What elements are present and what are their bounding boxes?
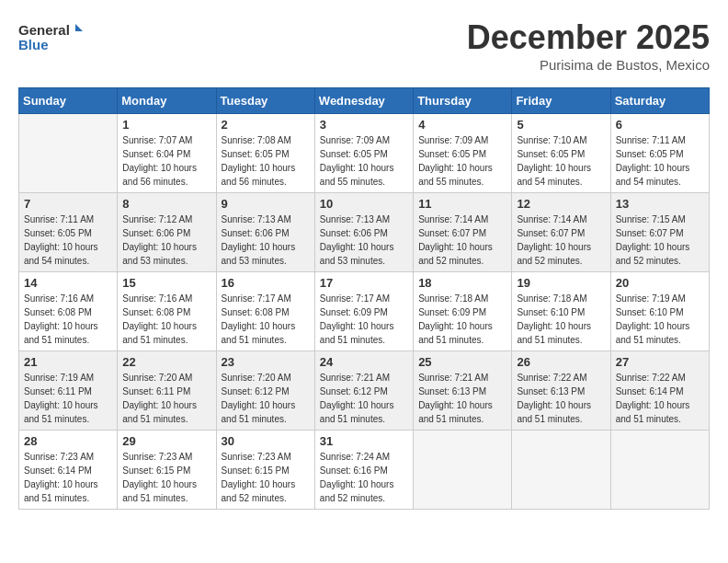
day-info: Sunrise: 7:20 AMSunset: 6:12 PMDaylight:… xyxy=(222,371,310,426)
calendar-cell: 27Sunrise: 7:22 AMSunset: 6:14 PMDayligh… xyxy=(610,351,709,431)
day-info: Sunrise: 7:17 AMSunset: 6:09 PMDaylight:… xyxy=(320,292,408,347)
title-block: December 2025 Purisima de Bustos, Mexico xyxy=(467,18,710,73)
day-info: Sunrise: 7:21 AMSunset: 6:12 PMDaylight:… xyxy=(320,371,408,426)
calendar-cell: 19Sunrise: 7:18 AMSunset: 6:10 PMDayligh… xyxy=(512,272,610,351)
calendar-cell: 17Sunrise: 7:17 AMSunset: 6:09 PMDayligh… xyxy=(314,272,413,351)
day-number: 3 xyxy=(320,118,408,132)
logo: General Blue xyxy=(18,18,83,55)
day-number: 26 xyxy=(517,355,605,369)
day-info: Sunrise: 7:16 AMSunset: 6:08 PMDaylight:… xyxy=(24,292,112,347)
svg-text:General: General xyxy=(18,22,70,38)
month-title: December 2025 xyxy=(467,18,710,57)
calendar-header-row: SundayMondayTuesdayWednesdayThursdayFrid… xyxy=(19,88,710,114)
calendar-cell: 23Sunrise: 7:20 AMSunset: 6:12 PMDayligh… xyxy=(216,351,314,431)
calendar-table: SundayMondayTuesdayWednesdayThursdayFrid… xyxy=(18,87,710,510)
day-info: Sunrise: 7:16 AMSunset: 6:08 PMDaylight:… xyxy=(122,292,210,347)
calendar-cell: 14Sunrise: 7:16 AMSunset: 6:08 PMDayligh… xyxy=(19,272,118,351)
calendar-cell: 5Sunrise: 7:10 AMSunset: 6:05 PMDaylight… xyxy=(512,114,610,193)
page-header: General Blue December 2025 Purisima de B… xyxy=(18,18,710,73)
calendar-cell: 10Sunrise: 7:13 AMSunset: 6:06 PMDayligh… xyxy=(314,193,413,272)
logo-svg: General Blue xyxy=(18,18,83,55)
day-number: 18 xyxy=(418,276,506,290)
calendar-week-row: 14Sunrise: 7:16 AMSunset: 6:08 PMDayligh… xyxy=(19,272,710,351)
svg-text:Blue: Blue xyxy=(18,37,49,52)
calendar-cell: 13Sunrise: 7:15 AMSunset: 6:07 PMDayligh… xyxy=(610,193,709,272)
calendar-header-thursday: Thursday xyxy=(414,88,512,114)
day-number: 22 xyxy=(122,355,210,369)
calendar-week-row: 21Sunrise: 7:19 AMSunset: 6:11 PMDayligh… xyxy=(19,351,710,431)
day-number: 23 xyxy=(222,355,310,369)
calendar-cell: 11Sunrise: 7:14 AMSunset: 6:07 PMDayligh… xyxy=(414,193,512,272)
day-number: 12 xyxy=(517,197,605,211)
calendar-cell: 22Sunrise: 7:20 AMSunset: 6:11 PMDayligh… xyxy=(118,351,216,431)
day-number: 14 xyxy=(24,276,112,290)
day-number: 10 xyxy=(320,197,408,211)
day-info: Sunrise: 7:19 AMSunset: 6:11 PMDaylight:… xyxy=(24,371,112,426)
day-info: Sunrise: 7:08 AMSunset: 6:05 PMDaylight:… xyxy=(222,133,310,189)
calendar-cell: 18Sunrise: 7:18 AMSunset: 6:09 PMDayligh… xyxy=(414,272,512,351)
day-info: Sunrise: 7:23 AMSunset: 6:15 PMDaylight:… xyxy=(122,450,210,505)
day-info: Sunrise: 7:13 AMSunset: 6:06 PMDaylight:… xyxy=(320,213,408,268)
day-number: 20 xyxy=(616,276,704,290)
calendar-header-friday: Friday xyxy=(512,88,610,114)
calendar-header-monday: Monday xyxy=(118,88,216,114)
day-info: Sunrise: 7:11 AMSunset: 6:05 PMDaylight:… xyxy=(24,213,112,268)
day-info: Sunrise: 7:18 AMSunset: 6:10 PMDaylight:… xyxy=(517,292,605,347)
day-info: Sunrise: 7:09 AMSunset: 6:05 PMDaylight:… xyxy=(418,133,506,189)
calendar-cell: 6Sunrise: 7:11 AMSunset: 6:05 PMDaylight… xyxy=(610,114,709,193)
calendar-cell: 26Sunrise: 7:22 AMSunset: 6:13 PMDayligh… xyxy=(512,351,610,431)
day-number: 8 xyxy=(122,197,210,211)
day-info: Sunrise: 7:07 AMSunset: 6:04 PMDaylight:… xyxy=(122,133,210,189)
day-info: Sunrise: 7:20 AMSunset: 6:11 PMDaylight:… xyxy=(122,371,210,426)
day-number: 24 xyxy=(320,355,408,369)
calendar-cell: 7Sunrise: 7:11 AMSunset: 6:05 PMDaylight… xyxy=(19,193,118,272)
calendar-header-tuesday: Tuesday xyxy=(216,88,314,114)
calendar-week-row: 7Sunrise: 7:11 AMSunset: 6:05 PMDaylight… xyxy=(19,193,710,272)
day-number: 16 xyxy=(222,276,310,290)
day-number: 17 xyxy=(320,276,408,290)
calendar-cell: 24Sunrise: 7:21 AMSunset: 6:12 PMDayligh… xyxy=(314,351,413,431)
day-info: Sunrise: 7:17 AMSunset: 6:08 PMDaylight:… xyxy=(222,292,310,347)
day-number: 11 xyxy=(418,197,506,211)
calendar-cell: 20Sunrise: 7:19 AMSunset: 6:10 PMDayligh… xyxy=(610,272,709,351)
day-number: 6 xyxy=(616,118,704,132)
day-info: Sunrise: 7:12 AMSunset: 6:06 PMDaylight:… xyxy=(122,213,210,268)
calendar-cell: 16Sunrise: 7:17 AMSunset: 6:08 PMDayligh… xyxy=(216,272,314,351)
day-info: Sunrise: 7:23 AMSunset: 6:14 PMDaylight:… xyxy=(24,450,112,505)
calendar-cell: 30Sunrise: 7:23 AMSunset: 6:15 PMDayligh… xyxy=(216,431,314,510)
calendar-cell: 1Sunrise: 7:07 AMSunset: 6:04 PMDaylight… xyxy=(118,114,216,193)
day-number: 31 xyxy=(320,434,408,448)
day-info: Sunrise: 7:21 AMSunset: 6:13 PMDaylight:… xyxy=(418,371,506,426)
calendar-cell: 28Sunrise: 7:23 AMSunset: 6:14 PMDayligh… xyxy=(19,431,118,510)
calendar-cell: 29Sunrise: 7:23 AMSunset: 6:15 PMDayligh… xyxy=(118,431,216,510)
calendar-cell: 15Sunrise: 7:16 AMSunset: 6:08 PMDayligh… xyxy=(118,272,216,351)
day-number: 21 xyxy=(24,355,112,369)
calendar-week-row: 1Sunrise: 7:07 AMSunset: 6:04 PMDaylight… xyxy=(19,114,710,193)
day-number: 27 xyxy=(616,355,704,369)
day-info: Sunrise: 7:18 AMSunset: 6:09 PMDaylight:… xyxy=(418,292,506,347)
calendar-cell: 21Sunrise: 7:19 AMSunset: 6:11 PMDayligh… xyxy=(19,351,118,431)
day-info: Sunrise: 7:19 AMSunset: 6:10 PMDaylight:… xyxy=(616,292,704,347)
calendar-cell: 3Sunrise: 7:09 AMSunset: 6:05 PMDaylight… xyxy=(314,114,413,193)
day-info: Sunrise: 7:14 AMSunset: 6:07 PMDaylight:… xyxy=(517,213,605,268)
day-number: 5 xyxy=(517,118,605,132)
calendar-cell: 8Sunrise: 7:12 AMSunset: 6:06 PMDaylight… xyxy=(118,193,216,272)
day-info: Sunrise: 7:15 AMSunset: 6:07 PMDaylight:… xyxy=(616,213,704,268)
calendar-cell: 4Sunrise: 7:09 AMSunset: 6:05 PMDaylight… xyxy=(414,114,512,193)
calendar-cell: 9Sunrise: 7:13 AMSunset: 6:06 PMDaylight… xyxy=(216,193,314,272)
calendar-header-saturday: Saturday xyxy=(610,88,709,114)
day-number: 2 xyxy=(222,118,310,132)
day-number: 13 xyxy=(616,197,704,211)
day-number: 7 xyxy=(24,197,112,211)
day-info: Sunrise: 7:10 AMSunset: 6:05 PMDaylight:… xyxy=(517,133,605,189)
day-number: 30 xyxy=(222,434,310,448)
day-number: 1 xyxy=(122,118,210,132)
svg-marker-2 xyxy=(75,24,83,31)
day-info: Sunrise: 7:22 AMSunset: 6:13 PMDaylight:… xyxy=(517,371,605,426)
calendar-cell: 2Sunrise: 7:08 AMSunset: 6:05 PMDaylight… xyxy=(216,114,314,193)
day-info: Sunrise: 7:22 AMSunset: 6:14 PMDaylight:… xyxy=(616,371,704,426)
day-info: Sunrise: 7:09 AMSunset: 6:05 PMDaylight:… xyxy=(320,133,408,189)
day-info: Sunrise: 7:24 AMSunset: 6:16 PMDaylight:… xyxy=(320,450,408,505)
day-number: 4 xyxy=(418,118,506,132)
day-info: Sunrise: 7:14 AMSunset: 6:07 PMDaylight:… xyxy=(418,213,506,268)
